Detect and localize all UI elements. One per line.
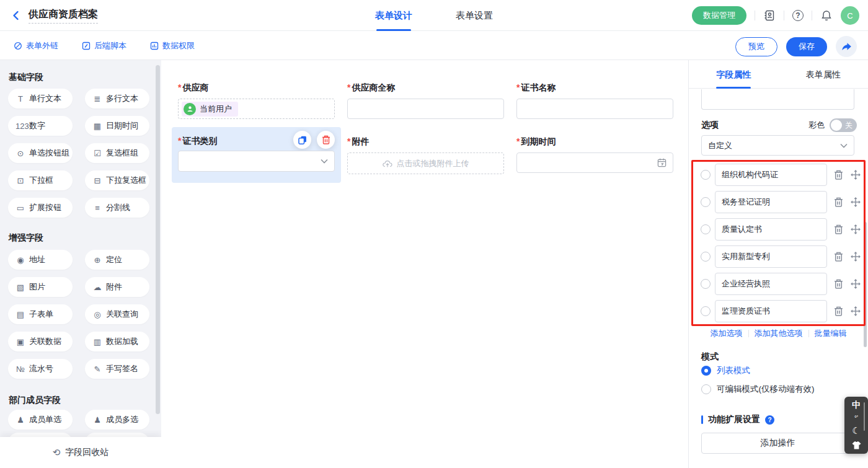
field-recycle-bin[interactable]: ⟲ 字段回收站: [0, 437, 161, 468]
option-input[interactable]: [715, 245, 827, 268]
field-type-button[interactable]: ≣ 多行文本: [85, 89, 149, 108]
delete-option-icon[interactable]: [834, 279, 844, 289]
field-type-button[interactable]: ☑ 复选框组: [85, 143, 149, 163]
option-input[interactable]: [715, 300, 827, 322]
add-other-option-link[interactable]: 添加其他选项: [755, 328, 803, 339]
field-type-label: 数字: [29, 120, 45, 131]
ime-statusbar[interactable]: 中 °' ☾: [844, 397, 868, 454]
field-type-button[interactable]: ▦ 日期时间: [85, 116, 149, 136]
field-cert-name[interactable]: *证书名称: [516, 82, 673, 119]
field-type-button[interactable]: ▭ 扩展按钮: [8, 198, 73, 218]
field-type-button[interactable]: ♟ 成员单选: [8, 410, 73, 430]
data-manage-button[interactable]: 数据管理: [692, 6, 746, 25]
option-radio[interactable]: [701, 252, 711, 262]
mode-option-editable[interactable]: 可编辑模式(仅移动端有效): [701, 384, 815, 395]
delete-option-icon[interactable]: [834, 170, 844, 180]
field-type-button[interactable]: ⊟ 下拉复选框: [85, 170, 149, 190]
field-type-button[interactable]: ⊡ 下拉框: [8, 170, 73, 190]
field-type-button[interactable]: ◉ 地址: [8, 250, 73, 270]
sidebar-scrollbar[interactable]: [156, 65, 160, 414]
option-input[interactable]: [715, 164, 827, 186]
supplier-full-name-input[interactable]: [347, 99, 504, 119]
field-supplier[interactable]: *供应商 当前用户: [178, 82, 335, 119]
option-radio[interactable]: [701, 279, 711, 289]
help-icon[interactable]: ?: [792, 10, 804, 21]
expiry-date-input[interactable]: [516, 152, 673, 173]
option-radio[interactable]: [701, 306, 711, 316]
field-type-button[interactable]: T 单行文本: [8, 89, 73, 108]
field-type-button[interactable]: ▥ 数据加载: [85, 332, 149, 351]
delete-option-icon[interactable]: [834, 306, 844, 316]
add-action-button[interactable]: 添加操作: [701, 433, 854, 454]
ime-skin-icon[interactable]: [852, 441, 861, 449]
add-option-link[interactable]: 添加选项: [711, 328, 743, 339]
mode-option-list[interactable]: 列表模式: [701, 365, 750, 376]
option-input[interactable]: [715, 273, 827, 295]
tab-form-design[interactable]: 表单设计: [375, 0, 412, 31]
form-external-link[interactable]: 表单外链: [14, 40, 58, 51]
selected-field-cert-type[interactable]: *证书类别: [172, 127, 341, 183]
option-radio[interactable]: [701, 170, 711, 180]
field-type-button[interactable]: ⊙ 单选按钮组: [8, 143, 73, 163]
batch-edit-link[interactable]: 批量编辑: [815, 328, 847, 339]
move-option-icon[interactable]: [851, 252, 861, 262]
field-type-button[interactable]: 123 数字: [8, 116, 73, 136]
field-type-button[interactable]: ▤ 子表单: [8, 304, 73, 324]
option-input[interactable]: [715, 191, 827, 213]
panel-scrollbar[interactable]: [864, 222, 867, 347]
delete-option-icon[interactable]: [834, 224, 844, 234]
move-option-icon[interactable]: [851, 224, 861, 234]
ime-language-icon[interactable]: 中: [852, 400, 861, 409]
delete-option-icon[interactable]: [834, 252, 844, 262]
attachment-upload-area[interactable]: 点击或拖拽附件上传: [347, 152, 504, 174]
help-badge-icon[interactable]: ?: [765, 415, 774, 425]
tab-field-properties[interactable]: 字段属性: [689, 60, 779, 88]
field-type-button[interactable]: ◎ 关联查询: [85, 304, 149, 324]
move-option-icon[interactable]: [851, 306, 861, 316]
field-title-input-partial[interactable]: [701, 89, 854, 110]
move-option-icon[interactable]: [851, 197, 861, 207]
option-radio[interactable]: [701, 197, 711, 207]
option-row: [701, 191, 861, 213]
chevron-down-icon: [321, 159, 328, 164]
field-type-button[interactable]: ⊕ 定位: [85, 250, 149, 270]
backend-script-link[interactable]: 后端脚本: [82, 40, 126, 51]
field-type-button[interactable]: ♟ 成员多选: [85, 410, 149, 430]
copy-field-button[interactable]: [293, 131, 311, 149]
notification-bell-icon[interactable]: [820, 9, 833, 22]
data-permission-link[interactable]: 数据权限: [150, 40, 195, 51]
option-radio[interactable]: [701, 224, 711, 234]
field-attachment[interactable]: *附件 点击或拖拽附件上传: [347, 136, 504, 174]
color-toggle[interactable]: 关: [830, 118, 857, 132]
field-type-button[interactable]: ▧ 图片: [8, 277, 73, 297]
move-option-icon[interactable]: [851, 170, 861, 180]
field-type-button[interactable]: ▣ 关联数据: [8, 332, 73, 351]
form-canvas[interactable]: *供应商 当前用户 *供应商全称 *证书名称 *证书类别: [161, 60, 688, 468]
share-button[interactable]: [836, 36, 857, 57]
move-option-icon[interactable]: [851, 279, 861, 289]
contacts-book-icon[interactable]: [763, 9, 776, 22]
ime-scrollbar: [864, 402, 865, 431]
tab-form-properties[interactable]: 表单属性: [779, 60, 868, 88]
save-button[interactable]: 保存: [786, 37, 827, 56]
radio-icon[interactable]: [701, 384, 711, 394]
supplier-input[interactable]: 当前用户: [178, 99, 335, 119]
delete-option-icon[interactable]: [834, 197, 844, 207]
option-input[interactable]: [715, 218, 827, 241]
field-supplier-full-name[interactable]: *供应商全称: [347, 82, 504, 119]
ime-punctuation-icon[interactable]: °': [854, 415, 858, 421]
field-expiry-date[interactable]: *到期时间: [516, 136, 673, 173]
cert-type-select[interactable]: [178, 151, 335, 172]
cert-name-input[interactable]: [516, 99, 673, 119]
options-source-select[interactable]: 自定义: [701, 135, 854, 156]
delete-field-button[interactable]: [317, 131, 335, 149]
field-type-button[interactable]: ☁ 附件: [85, 277, 149, 297]
field-type-button[interactable]: ≡ 分割线: [85, 198, 149, 218]
user-avatar[interactable]: C: [841, 6, 859, 25]
tab-form-settings[interactable]: 表单设置: [456, 0, 493, 31]
field-type-button[interactable]: № 流水号: [8, 359, 73, 379]
radio-selected-icon[interactable]: [701, 366, 711, 376]
preview-button[interactable]: 预览: [735, 37, 777, 56]
ime-moon-icon[interactable]: ☾: [852, 426, 860, 435]
field-type-button[interactable]: ✎ 手写签名: [85, 359, 149, 379]
